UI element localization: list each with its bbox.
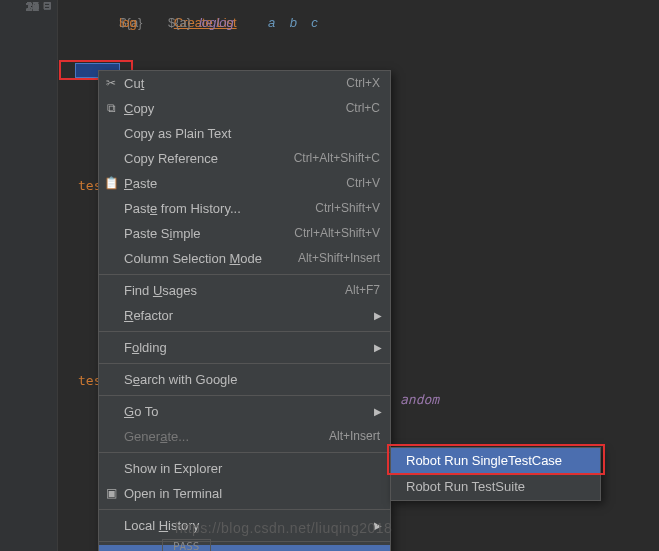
external-tools-submenu: Robot Run SingleTestCase Robot Run TestS…	[390, 447, 601, 501]
menu-label: istory	[168, 518, 199, 533]
menu-copy[interactable]: ⧉ Copy Ctrl+C	[99, 96, 390, 121]
menu-label: ode	[240, 251, 262, 266]
menu-label: Copy Reference	[124, 151, 218, 166]
menu-generate[interactable]: Generate... Alt+Insert	[99, 424, 390, 449]
menu-label: mple	[172, 226, 200, 241]
submenu-robot-single[interactable]: Robot Run SingleTestCase	[391, 448, 600, 474]
menu-refactor[interactable]: Refactor ▶	[99, 303, 390, 328]
menu-separator	[99, 509, 390, 510]
menu-label: arch with Google	[140, 372, 238, 387]
shortcut: Ctrl+Shift+V	[315, 196, 380, 221]
menu-external-tools[interactable]: External Tools ▶	[99, 545, 390, 551]
menu-folding[interactable]: Folding ▶	[99, 335, 390, 360]
menu-find-usages[interactable]: Find Usages Alt+F7	[99, 278, 390, 303]
submenu-arrow-icon: ▶	[374, 545, 382, 551]
context-menu: ✂ Cut Ctrl+X ⧉ Copy Ctrl+C Copy as Plain…	[98, 70, 391, 551]
shortcut: Ctrl+Alt+Shift+V	[294, 221, 380, 246]
menu-local-history[interactable]: Local History ▶	[99, 513, 390, 538]
menu-label: o To	[134, 404, 158, 419]
shortcut: Ctrl+V	[346, 171, 380, 196]
shortcut: Alt+Shift+Insert	[298, 246, 380, 271]
menu-paste-history[interactable]: Paste from History... Ctrl+Shift+V	[99, 196, 390, 221]
submenu-arrow-icon: ▶	[374, 513, 382, 538]
shortcut: Ctrl+Alt+Shift+C	[294, 146, 380, 171]
submenu-arrow-icon: ▶	[374, 335, 382, 360]
menu-label: Copy as Plain Text	[124, 126, 231, 141]
menu-label: Cu	[124, 76, 141, 91]
menu-label: from History...	[157, 201, 241, 216]
cut-icon: ✂	[103, 75, 119, 91]
paste-icon: 📋	[103, 175, 119, 191]
menu-column-selection[interactable]: Column Selection Mode Alt+Shift+Insert	[99, 246, 390, 271]
menu-copy-plain[interactable]: Copy as Plain Text	[99, 121, 390, 146]
shortcut: Alt+Insert	[329, 424, 380, 449]
submenu-robot-suite[interactable]: Robot Run TestSuite	[391, 474, 600, 500]
menu-label: Show in Explorer	[124, 461, 222, 476]
menu-paste[interactable]: 📋 Paste Ctrl+V	[99, 171, 390, 196]
menu-label: opy	[133, 101, 154, 116]
gutter: 10 11 12 13 ⊟ ⊟ 14 15 16 17 18 ⊟ 19 ⊟ 20…	[0, 0, 58, 551]
submenu-arrow-icon: ▶	[374, 303, 382, 328]
menu-copy-reference[interactable]: Copy Reference Ctrl+Alt+Shift+C	[99, 146, 390, 171]
shortcut: Ctrl+X	[346, 71, 380, 96]
menu-show-explorer[interactable]: Show in Explorer	[99, 456, 390, 481]
menu-cut[interactable]: ✂ Cut Ctrl+X	[99, 71, 390, 96]
menu-goto[interactable]: Go To ▶	[99, 399, 390, 424]
menu-paste-simple[interactable]: Paste Simple Ctrl+Alt+Shift+V	[99, 221, 390, 246]
line-number: 32	[15, 0, 39, 14]
menu-label: Open in Terminal	[124, 486, 222, 501]
pass-tab[interactable]: PASS	[162, 539, 211, 551]
shortcut: Alt+F7	[345, 278, 380, 303]
menu-label: aste	[133, 176, 158, 191]
menu-separator	[99, 363, 390, 364]
menu-separator	[99, 331, 390, 332]
fold-icon[interactable]: ⊟	[43, 0, 53, 10]
copy-icon: ⧉	[103, 100, 119, 116]
menu-separator	[99, 395, 390, 396]
submenu-label: Robot Run TestSuite	[406, 479, 525, 494]
menu-label: efactor	[133, 308, 173, 323]
menu-open-terminal[interactable]: ▣ Open in Terminal	[99, 481, 390, 506]
code-line: log ${a} loglog	[88, 0, 234, 45]
menu-separator	[99, 541, 390, 542]
menu-label: te...	[167, 429, 189, 444]
shortcut: Ctrl+C	[346, 96, 380, 121]
menu-separator	[99, 274, 390, 275]
menu-separator	[99, 452, 390, 453]
code-fragment: andom	[400, 392, 439, 407]
menu-label: sages	[162, 283, 197, 298]
terminal-icon: ▣	[103, 485, 119, 501]
submenu-label: Robot Run SingleTestCase	[406, 453, 562, 468]
menu-label: lding	[139, 340, 166, 355]
submenu-arrow-icon: ▶	[374, 399, 382, 424]
menu-search-google[interactable]: Search with Google	[99, 367, 390, 392]
